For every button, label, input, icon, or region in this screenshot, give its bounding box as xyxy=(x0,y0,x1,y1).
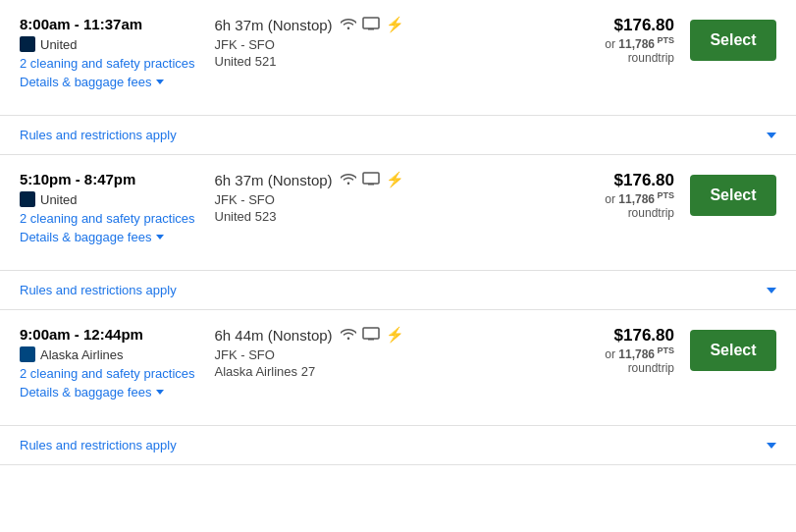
pts-label: PTS xyxy=(655,346,674,355)
flight-main-row: 8:00am - 11:37amUnited2 cleaning and saf… xyxy=(20,16,776,115)
details-text: Details & baggage fees xyxy=(20,385,151,399)
flight-duration-col: 6h 37m (Nonstop) ⚡JFK - SFOUnited 521 xyxy=(195,16,577,69)
price-select-col: $176.80or 11,786 PTSroundtripSelect xyxy=(576,171,776,220)
pts-label: PTS xyxy=(655,190,674,200)
bolt-icon: ⚡ xyxy=(386,171,404,188)
cleaning-practices-link[interactable]: 2 cleaning and safety practices xyxy=(20,56,195,71)
airline-row: United xyxy=(20,191,195,207)
roundtrip-label: roundtrip xyxy=(576,361,674,375)
flight-main-row: 5:10pm - 8:47pmUnited2 cleaning and safe… xyxy=(20,171,776,270)
points-row: or 11,786 PTS xyxy=(576,190,674,206)
flight-duration-col: 6h 37m (Nonstop) ⚡JFK - SFOUnited 523 xyxy=(195,171,577,224)
amenity-icons: ⚡ xyxy=(341,171,404,188)
svg-rect-2 xyxy=(363,173,379,184)
cleaning-practices-link[interactable]: 2 cleaning and safety practices xyxy=(20,366,195,381)
duration-row: 6h 37m (Nonstop) ⚡ xyxy=(215,16,557,33)
alaska-icon xyxy=(20,346,35,362)
flight-route: JFK - SFO xyxy=(215,192,557,207)
svg-rect-5 xyxy=(368,339,374,341)
flight-time: 9:00am - 12:44pm xyxy=(20,326,195,343)
svg-rect-3 xyxy=(368,184,374,186)
airline-row: Alaska Airlines xyxy=(20,346,195,362)
flight-number: United 523 xyxy=(215,209,557,224)
flight-route: JFK - SFO xyxy=(215,347,557,362)
pts-label: PTS xyxy=(655,35,674,45)
amenity-icons: ⚡ xyxy=(341,16,404,33)
svg-rect-0 xyxy=(363,18,379,28)
price-value: $176.80 xyxy=(576,326,674,346)
chevron-down-icon xyxy=(156,390,164,395)
airline-row: United xyxy=(20,36,195,52)
duration-row: 6h 37m (Nonstop) ⚡ xyxy=(215,171,557,188)
price-value: $176.80 xyxy=(576,171,674,190)
screen-icon xyxy=(362,17,380,33)
rules-text[interactable]: Rules and restrictions apply xyxy=(20,128,177,142)
airline-name: Alaska Airlines xyxy=(40,347,124,362)
wifi-icon xyxy=(341,327,356,343)
rules-text[interactable]: Rules and restrictions apply xyxy=(20,438,177,452)
flight-number: Alaska Airlines 27 xyxy=(215,364,557,379)
details-text: Details & baggage fees xyxy=(20,230,151,244)
details-baggage-link[interactable]: Details & baggage fees xyxy=(20,230,195,258)
amenity-icons: ⚡ xyxy=(341,326,404,344)
screen-icon xyxy=(362,172,380,188)
select-button[interactable]: Select xyxy=(690,20,776,61)
price-col: $176.80or 11,786 PTSroundtrip xyxy=(576,326,674,375)
united-icon xyxy=(20,36,35,52)
wifi-icon xyxy=(341,17,356,32)
roundtrip-label: roundtrip xyxy=(576,51,674,65)
rules-row: Rules and restrictions apply xyxy=(0,426,796,465)
united-icon xyxy=(20,191,35,207)
price-col: $176.80or 11,786 PTSroundtrip xyxy=(576,171,674,220)
airline-name: United xyxy=(40,192,78,207)
points-row: or 11,786 PTS xyxy=(576,35,674,51)
screen-icon xyxy=(362,327,380,344)
price-col: $176.80or 11,786 PTSroundtrip xyxy=(576,16,674,65)
flight-time-col: 8:00am - 11:37amUnited2 cleaning and saf… xyxy=(20,16,195,103)
flight-route: JFK - SFO xyxy=(215,37,557,52)
duration-text: 6h 37m (Nonstop) xyxy=(215,172,333,188)
svg-rect-4 xyxy=(363,328,379,339)
rules-row: Rules and restrictions apply xyxy=(0,271,796,310)
cleaning-practices-link[interactable]: 2 cleaning and safety practices xyxy=(20,211,195,226)
points-row: or 11,786 PTS xyxy=(576,346,674,361)
chevron-down-icon xyxy=(156,80,164,84)
rules-chevron-icon[interactable] xyxy=(767,133,776,138)
flight-time: 8:00am - 11:37am xyxy=(20,16,195,32)
rules-chevron-icon[interactable] xyxy=(767,288,776,293)
duration-text: 6h 44m (Nonstop) xyxy=(215,327,333,344)
points-value: 11,786 xyxy=(618,192,655,206)
wifi-icon xyxy=(341,172,356,187)
roundtrip-label: roundtrip xyxy=(576,206,674,220)
svg-rect-1 xyxy=(368,28,374,30)
details-baggage-link[interactable]: Details & baggage fees xyxy=(20,385,195,413)
flight-main-row: 9:00am - 12:44pmAlaska Airlines2 cleanin… xyxy=(20,326,776,425)
flight-card-3: 9:00am - 12:44pmAlaska Airlines2 cleanin… xyxy=(0,310,796,426)
flight-time-col: 5:10pm - 8:47pmUnited2 cleaning and safe… xyxy=(20,171,195,258)
flight-time: 5:10pm - 8:47pm xyxy=(20,171,195,187)
points-value: 11,786 xyxy=(618,37,655,51)
flight-card-1: 8:00am - 11:37amUnited2 cleaning and saf… xyxy=(0,0,796,116)
rules-chevron-icon[interactable] xyxy=(767,443,776,449)
flight-card-2: 5:10pm - 8:47pmUnited2 cleaning and safe… xyxy=(0,155,796,271)
flight-time-col: 9:00am - 12:44pmAlaska Airlines2 cleanin… xyxy=(20,326,195,413)
bolt-icon: ⚡ xyxy=(386,326,404,344)
price-select-col: $176.80or 11,786 PTSroundtripSelect xyxy=(576,16,776,65)
rules-row: Rules and restrictions apply xyxy=(0,116,796,155)
flight-number: United 521 xyxy=(215,54,557,69)
price-value: $176.80 xyxy=(576,16,674,35)
select-button[interactable]: Select xyxy=(690,330,776,371)
duration-text: 6h 37m (Nonstop) xyxy=(215,17,333,33)
duration-row: 6h 44m (Nonstop) ⚡ xyxy=(215,326,557,344)
select-button[interactable]: Select xyxy=(690,175,776,216)
price-select-col: $176.80or 11,786 PTSroundtripSelect xyxy=(576,326,776,375)
chevron-down-icon xyxy=(156,235,164,239)
flight-duration-col: 6h 44m (Nonstop) ⚡JFK - SFOAlaska Airlin… xyxy=(195,326,577,379)
airline-name: United xyxy=(40,37,78,52)
details-baggage-link[interactable]: Details & baggage fees xyxy=(20,75,195,103)
points-value: 11,786 xyxy=(618,347,655,361)
rules-text[interactable]: Rules and restrictions apply xyxy=(20,283,177,297)
bolt-icon: ⚡ xyxy=(386,16,404,33)
details-text: Details & baggage fees xyxy=(20,75,151,89)
